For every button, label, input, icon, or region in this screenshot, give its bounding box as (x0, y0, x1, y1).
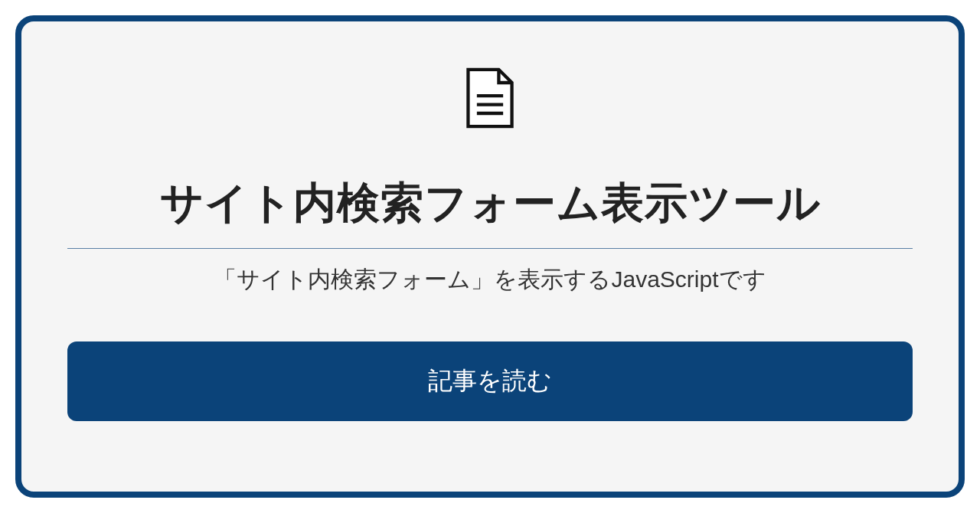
document-icon (463, 67, 517, 129)
page-subtitle: 「サイト内検索フォーム」を表示するJavaScriptです (214, 264, 766, 296)
main-card: サイト内検索フォーム表示ツール 「サイト内検索フォーム」を表示するJavaScr… (15, 15, 965, 498)
page-title: サイト内検索フォーム表示ツール (67, 175, 913, 249)
read-article-button[interactable]: 記事を読む (67, 341, 913, 421)
